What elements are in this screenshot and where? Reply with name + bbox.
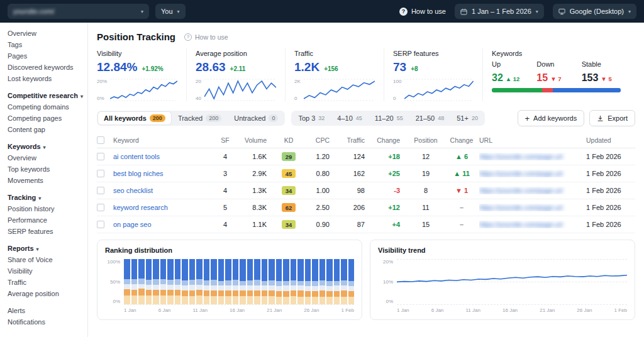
- cell-serp-features: 4: [214, 153, 236, 160]
- column-header-change-6[interactable]: Change: [372, 136, 408, 144]
- sidebar-item-label: Tags: [8, 41, 22, 48]
- cell-position-change: ▼ 1: [444, 187, 479, 194]
- how-to-use-link[interactable]: ? How to use: [399, 8, 446, 16]
- sidebar-item-position-history[interactable]: Position history: [0, 203, 87, 214]
- sidebar-item-share-of-voice[interactable]: Share of Voice: [0, 254, 87, 265]
- keyword-link[interactable]: ai content tools: [113, 153, 160, 160]
- tab-tracked[interactable]: Tracked200: [172, 112, 227, 124]
- visibility-trend-panel: Visibility trend 20%10%0% 1 Jan6 Jan11 J…: [370, 240, 635, 320]
- column-header-change-8[interactable]: Change: [444, 136, 479, 144]
- add-keywords-button[interactable]: + Add keywords: [518, 110, 585, 126]
- cell-traffic: 87: [337, 221, 372, 228]
- sidebar-item-label: Pages: [8, 52, 27, 60]
- row-checkbox[interactable]: [97, 204, 104, 211]
- sidebar-item-discovered-keywords[interactable]: Discovered keywords: [0, 62, 87, 73]
- result-url[interactable]: https://yoursite.com/page-url: [479, 204, 562, 211]
- column-header-cpc-4[interactable]: CPC: [303, 136, 337, 144]
- tab-untracked[interactable]: Untracked0: [228, 112, 284, 124]
- scope-selector[interactable]: You ▾: [155, 4, 186, 19]
- sidebar-item-overview[interactable]: Overview: [0, 152, 87, 163]
- tab-position-4-10[interactable]: 4–1045: [331, 112, 368, 124]
- y-axis-label: 0%: [97, 96, 107, 101]
- sidebar-item-traffic[interactable]: Traffic: [0, 277, 87, 288]
- sidebar-item-reports[interactable]: Reports▾: [0, 243, 87, 254]
- keyword-link[interactable]: seo checklist: [113, 187, 153, 194]
- x-axis-label: 26 Jan: [304, 307, 319, 313]
- tab-position-11-20[interactable]: 11–2055: [369, 112, 409, 124]
- sidebar-item-competing-domains[interactable]: Competing domains: [0, 101, 87, 113]
- result-url[interactable]: https://yoursite.com/page-url: [479, 170, 562, 177]
- cell-serp-features: 5: [214, 204, 236, 211]
- sidebar-item-lost-keywords[interactable]: Lost keywords: [0, 73, 87, 84]
- project-selector[interactable]: yoursite.com/ ▾: [8, 4, 149, 19]
- kd-badge: 62: [282, 203, 296, 212]
- sidebar-item-label: Lost keywords: [8, 75, 52, 82]
- column-header-url-9[interactable]: URL: [479, 136, 586, 144]
- sidebar-item-notifications[interactable]: Notifications: [0, 316, 87, 328]
- sidebar-item-label: Reports: [8, 245, 34, 252]
- sidebar-item-tags[interactable]: Tags: [0, 39, 87, 50]
- result-url[interactable]: https://yoursite.com/page-url: [479, 187, 562, 194]
- sidebar-item-visibility[interactable]: Visibility: [0, 265, 87, 277]
- row-checkbox[interactable]: [97, 221, 104, 228]
- keywords-stats: Up32▲ 12Down15▼ 7Stable153▼ 5: [492, 60, 626, 84]
- question-icon: ?: [399, 8, 408, 16]
- tab-position-51[interactable]: 51+20: [451, 112, 484, 124]
- keyword-link[interactable]: keyword research: [113, 204, 168, 211]
- keyword-link[interactable]: on page seo: [113, 221, 152, 228]
- page-help-label: How to use: [195, 33, 228, 41]
- row-checkbox[interactable]: [97, 187, 104, 194]
- metric-card-serp-features[interactable]: SERP features 73 +8 100 0: [384, 48, 483, 101]
- column-header-traffic-5[interactable]: Traffic: [337, 136, 372, 144]
- date-range-picker[interactable]: 1 Jan – 1 Feb 2026 ▾: [455, 4, 544, 19]
- result-url[interactable]: https://yoursite.com/page-url: [479, 221, 562, 228]
- column-header-kd-3[interactable]: KD: [274, 136, 303, 144]
- sidebar-item-performance[interactable]: Performance: [0, 214, 87, 226]
- sidebar-item-keywords[interactable]: Keywords▾: [0, 141, 87, 152]
- sidebar-item-movements[interactable]: Movements: [0, 175, 87, 186]
- tab-all-keywords[interactable]: All keywords200: [98, 112, 171, 124]
- sidebar-item-label: Notifications: [8, 318, 45, 326]
- cell-traffic: 98: [337, 187, 372, 194]
- sidebar-item-competing-pages[interactable]: Competing pages: [0, 113, 87, 124]
- tab-position-top-3[interactable]: Top 332: [292, 112, 330, 124]
- stacked-bar: [283, 259, 289, 304]
- stacked-bar: [146, 259, 152, 304]
- search-engine-label: Google (Desktop): [570, 8, 624, 15]
- export-button[interactable]: Export: [589, 110, 635, 126]
- metric-card-keywords[interactable]: Keywords Up32▲ 12Down15▼ 7Stable153▼ 5: [483, 48, 635, 101]
- metric-label: SERP features: [393, 50, 474, 57]
- sidebar-item-overview[interactable]: Overview: [0, 28, 87, 39]
- sidebar-item-top-keywords[interactable]: Top keywords: [0, 163, 87, 175]
- metric-card-traffic[interactable]: Traffic 1.2K +156 2K 0: [286, 48, 384, 101]
- metric-card-average-position[interactable]: Average position 28.63 +2.11 20 40: [187, 48, 286, 101]
- keywords-stat-stable: Stable153▼ 5: [582, 60, 626, 84]
- sidebar-item-tracking[interactable]: Tracking▾: [0, 192, 87, 203]
- row-checkbox[interactable]: [97, 170, 104, 177]
- result-url[interactable]: https://yoursite.com/page-url: [479, 153, 562, 160]
- ranking-bars: [124, 259, 354, 304]
- sidebar-item-pages[interactable]: Pages: [0, 50, 87, 62]
- column-header-sf-1[interactable]: SF: [214, 136, 236, 144]
- column-header-keyword-0[interactable]: Keyword: [113, 136, 214, 144]
- stacked-bar: [153, 259, 159, 304]
- sidebar-item-competitive-research[interactable]: Competitive research▾: [0, 90, 87, 101]
- cell-position: 11: [408, 204, 444, 211]
- column-header-updated-10[interactable]: Updated: [586, 136, 635, 144]
- sidebar-item-serp-features[interactable]: SERP features: [0, 226, 87, 237]
- metric-card-visibility[interactable]: Visibility 12.84% +1.92% 20% 0%: [97, 48, 187, 101]
- column-header-volume-2[interactable]: Volume: [236, 136, 274, 144]
- sidebar-item-average-position[interactable]: Average position: [0, 288, 87, 299]
- sidebar-item-label: Competing pages: [8, 114, 62, 122]
- keywords-table: KeywordSFVolumeKDCPCTrafficChangePositio…: [97, 133, 635, 233]
- column-header-position-7[interactable]: Position: [408, 136, 444, 144]
- keyword-link[interactable]: best blog niches: [113, 170, 164, 177]
- select-all-checkbox[interactable]: [97, 136, 104, 144]
- sidebar-item-content-gap[interactable]: Content gap: [0, 124, 87, 135]
- row-checkbox[interactable]: [97, 153, 104, 160]
- search-engine-selector[interactable]: Google (Desktop) ▾: [553, 4, 636, 19]
- page-help-link[interactable]: ? How to use: [184, 33, 228, 41]
- sidebar-item-label: Top keywords: [8, 165, 50, 173]
- sidebar-item-alerts[interactable]: Alerts: [0, 305, 87, 316]
- tab-position-21-50[interactable]: 21–5048: [410, 112, 450, 124]
